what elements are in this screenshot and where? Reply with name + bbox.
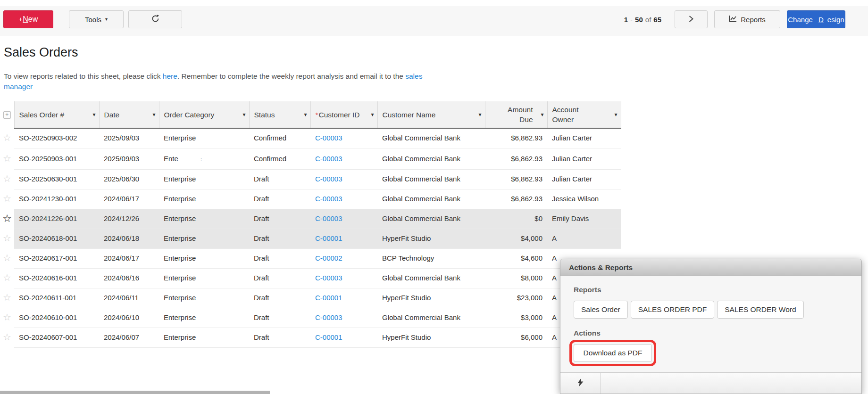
report-button-sales-order-pdf[interactable]: SALES ORDER PDF <box>631 301 715 319</box>
cell-order-category: Ente: <box>159 148 249 169</box>
next-page-button[interactable] <box>675 10 708 28</box>
favorite-star-cell: ☆ <box>0 288 14 308</box>
table-row[interactable]: ☆SO-20240618-0012024/06/18EnterpriseDraf… <box>0 229 621 248</box>
cell-order-category: Enterprise <box>159 209 249 229</box>
cell-account-owner: Julian Carter <box>547 148 621 169</box>
star-icon[interactable]: ☆ <box>3 193 11 204</box>
favorite-star-cell: ☆ <box>0 268 14 288</box>
star-icon[interactable]: ☆ <box>2 213 12 224</box>
customer-id-link[interactable]: C-00003 <box>315 175 342 183</box>
sort-dropdown-icon[interactable]: ▾ <box>152 110 155 120</box>
column-label: Customer Name <box>383 111 436 119</box>
top-toolbar: +New Tools ▾ 1 - 50 of 65 Reports Change… <box>0 6 868 36</box>
horizontal-scrollbar-thumb[interactable] <box>0 391 270 394</box>
cell-order-category: Enterprise <box>159 308 249 328</box>
star-icon[interactable]: ☆ <box>3 233 11 243</box>
change-design-rest: esign <box>827 16 844 24</box>
table-row[interactable]: ☆SO-20241230-0012024/06/17EnterpriseDraf… <box>0 189 621 209</box>
cell-customer-name: Global Commercial Bank <box>377 169 485 189</box>
star-icon[interactable]: ☆ <box>3 272 11 283</box>
customer-id-link[interactable]: C-00003 <box>315 155 342 163</box>
download-as-pdf-button[interactable]: Download as PDF <box>574 344 652 362</box>
sort-dropdown-icon[interactable]: ▾ <box>478 110 481 120</box>
table-row[interactable]: ☆SO-20250630-0012025/06/30EnterpriseDraf… <box>0 169 621 189</box>
new-record-button[interactable]: +New <box>3 10 53 28</box>
star-icon[interactable]: ☆ <box>3 312 11 322</box>
cell-amount-due: $8,000 <box>485 268 547 288</box>
lightning-icon <box>577 378 584 388</box>
cell-date: 2025/09/03 <box>99 148 159 169</box>
column-label: Order Category <box>164 111 215 119</box>
customer-id-link[interactable]: C-00003 <box>315 274 342 282</box>
table-row[interactable]: ☆SO-20240617-0012024/06/17EnterpriseDraf… <box>0 248 621 268</box>
cell-sales-order-number: SO-20241230-001 <box>14 189 99 209</box>
cell-sales-order-number: SO-20250630-001 <box>14 169 99 189</box>
column-header-account-owner[interactable]: Account Owner▾ <box>547 101 621 128</box>
quick-actions-cell[interactable] <box>560 373 601 394</box>
star-icon[interactable]: ☆ <box>3 332 11 342</box>
favorite-star-cell: ☆ <box>0 189 14 209</box>
star-icon[interactable]: ☆ <box>3 292 11 303</box>
customer-id-link[interactable]: C-00003 <box>315 134 342 142</box>
star-icon[interactable]: ☆ <box>3 253 11 263</box>
customer-id-link[interactable]: C-00002 <box>315 254 342 262</box>
sort-dropdown-icon[interactable]: ▾ <box>92 110 95 120</box>
table-row[interactable]: ☆SO-20240616-0012024/06/16EnterpriseDraf… <box>0 268 621 288</box>
sort-dropdown-icon[interactable]: ▾ <box>371 110 374 120</box>
table-row[interactable]: ☆SO-20250903-0022025/09/03EnterpriseConf… <box>0 128 621 148</box>
sort-dropdown-icon[interactable]: ▾ <box>304 110 307 120</box>
sort-dropdown-icon[interactable]: ▾ <box>242 110 245 120</box>
cell-account-owner: Emily Davis <box>547 209 621 229</box>
cell-customer-name: HyperFit Studio <box>377 328 485 347</box>
cell-status: Draft <box>249 288 310 308</box>
customer-id-link[interactable]: C-00001 <box>315 333 342 341</box>
star-icon[interactable]: ☆ <box>3 173 11 184</box>
column-header-status[interactable]: Status▾ <box>249 101 310 128</box>
cell-customer-id: C-00003 <box>310 268 377 288</box>
report-button-sales-order[interactable]: Sales Order <box>574 301 628 319</box>
cell-customer-id: C-00003 <box>310 189 377 209</box>
refresh-button[interactable] <box>128 10 182 28</box>
customer-id-link[interactable]: C-00003 <box>315 195 342 203</box>
tools-button[interactable]: Tools ▾ <box>69 10 124 28</box>
cell-status: Draft <box>249 209 310 229</box>
cell-date: 2024/06/18 <box>99 229 159 248</box>
column-header-amount-due[interactable]: Amount Due▾ <box>485 101 547 128</box>
table-row[interactable]: ☆SO-20240607-0012024/06/07EnterpriseDraf… <box>0 328 621 347</box>
cell-customer-name: Global Commercial Bank <box>377 209 485 229</box>
star-icon[interactable]: ☆ <box>3 153 11 164</box>
column-header-date[interactable]: Date▾ <box>99 101 159 128</box>
column-header-order-category[interactable]: Order Category▾ <box>159 101 249 128</box>
table-row[interactable]: ☆SO-20240611-0012024/06/11EnterpriseDraf… <box>0 288 621 308</box>
report-button-sales-order-word[interactable]: SALES ORDER Word <box>717 301 803 319</box>
customer-id-link[interactable]: C-00001 <box>315 294 342 302</box>
column-header-customer-name[interactable]: Customer Name▾ <box>377 101 485 128</box>
pagination-start: 1 <box>624 16 628 24</box>
customer-id-link[interactable]: C-00003 <box>315 214 342 222</box>
change-design-label: Change ​ <box>788 16 815 24</box>
sort-dropdown-icon[interactable]: ▾ <box>614 110 617 120</box>
star-icon[interactable]: ☆ <box>3 132 11 143</box>
cell-customer-id: C-00002 <box>310 248 377 268</box>
cell-customer-id: C-00003 <box>310 308 377 328</box>
column-header-customer-id[interactable]: *Customer ID▾ <box>310 101 377 128</box>
table-row[interactable]: ☆SO-20241226-0012024/12/26EnterpriseDraf… <box>0 209 621 229</box>
sort-dropdown-icon[interactable]: ▾ <box>541 110 543 120</box>
add-record-icon[interactable]: + <box>3 111 11 119</box>
popup-footer <box>560 372 861 394</box>
here-link[interactable]: here <box>163 72 177 80</box>
customer-id-link[interactable]: C-00003 <box>315 313 342 321</box>
cell-status: Draft <box>249 308 310 328</box>
change-design-button[interactable]: Change ​Design <box>787 10 845 28</box>
column-header-sales-order[interactable]: Sales Order #▾ <box>14 101 99 128</box>
popup-title-bar[interactable]: Actions & Reports <box>560 259 861 276</box>
table-row[interactable]: ☆SO-20240610-0012024/06/10EnterpriseDraf… <box>0 308 621 328</box>
cell-status: Draft <box>249 229 310 248</box>
cell-status: Draft <box>249 268 310 288</box>
pagination-status: 1 - 50 of 65 <box>585 10 665 28</box>
cell-customer-name: HyperFit Studio <box>377 229 485 248</box>
customer-id-link[interactable]: C-00001 <box>315 234 342 242</box>
cell-customer-name: HyperFit Studio <box>377 288 485 308</box>
table-row[interactable]: ☆SO-20250903-0012025/09/03Ente:Confirmed… <box>0 148 621 169</box>
reports-button[interactable]: Reports <box>714 10 780 28</box>
